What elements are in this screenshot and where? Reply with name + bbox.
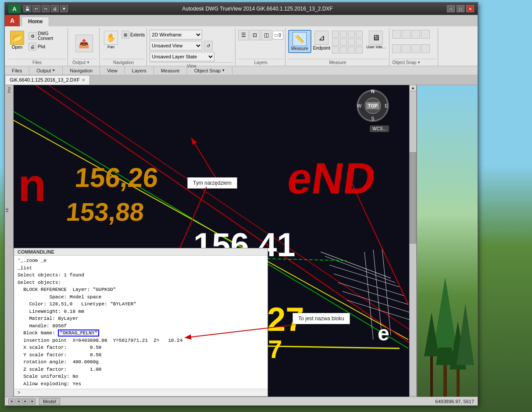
measure-label: Measure (291, 46, 308, 51)
plot-label: Plot (38, 44, 45, 49)
cmd-line-9: Material: ByLayer (18, 315, 264, 322)
layers-icon2[interactable]: ⊡ (250, 30, 260, 40)
left-panel-text: Prz (7, 87, 11, 93)
callout-tool-text: Tym narzędziem (193, 180, 232, 186)
nav-prev2-btn[interactable]: ◄ (15, 398, 21, 405)
measure-icon10[interactable] (340, 47, 347, 54)
measure-icon8[interactable] (356, 39, 363, 46)
status-coordinates: 6493896.97, 5617 (435, 399, 474, 404)
endpoint-label: Endpoint (313, 46, 330, 50)
svg-line-11 (364, 252, 373, 340)
view-refresh-btn[interactable]: ↺ (204, 41, 213, 50)
save-btn[interactable]: 💾 (23, 5, 31, 12)
svg-line-10 (347, 300, 416, 322)
scroll-up-btn[interactable]: ▲ (410, 85, 416, 91)
osnap-icon6[interactable] (402, 44, 411, 53)
cmd-line-8: LineWeight: 0.18 mm (18, 308, 264, 315)
cmd-line-10: Handle: 8956f (18, 322, 264, 330)
osnap-icon7[interactable] (411, 44, 420, 53)
dropdown-quick-btn[interactable]: ▼ (60, 5, 68, 12)
ribbon-tabs: A Home (5, 15, 478, 26)
measure-icon3[interactable] (348, 31, 355, 38)
dwg-text-15388: 153,88 (65, 197, 145, 226)
view-group: 2D Wireframe Unsaved View ↺ Unsaved Laye… (148, 28, 236, 66)
cmd-block-name-row: Block Name: "OKRAG_PELNY" (18, 330, 264, 337)
output-label[interactable]: Output▼ (29, 66, 63, 75)
nav-next-btn[interactable]: ► (22, 398, 29, 405)
measure-label-bottom[interactable]: Measure (154, 66, 187, 75)
redo-btn[interactable]: ↪ (42, 5, 50, 12)
saved-layer-dropdown[interactable]: Unsaved Layer State (150, 52, 214, 61)
nav-prev-btn[interactable]: ◄ (8, 398, 14, 405)
measure-icon6[interactable] (340, 39, 347, 46)
scroll-nav-btns: ◄ ◄ ► ► (8, 398, 36, 405)
wcs-label: WCS... (370, 125, 389, 132)
v-scrollbar[interactable]: ▲ ▼ (409, 85, 416, 402)
close-btn[interactable]: ✕ (466, 5, 474, 12)
osnap-icon5[interactable] (392, 44, 401, 53)
document-tab[interactable]: GiK.6640.1.125.2016_13_2.DXF ✕ (5, 75, 90, 85)
tab-home[interactable]: Home (21, 17, 49, 26)
output-icon[interactable]: 📤 (75, 35, 93, 52)
files-label[interactable]: Files (5, 66, 29, 75)
files-group-label: Files (8, 59, 66, 65)
nav-next2-btn[interactable]: ► (29, 398, 36, 405)
svg-line-5 (325, 256, 395, 283)
extents-button[interactable]: ⊞ Extents (121, 31, 145, 39)
endpoint-icon[interactable]: ⊿ (314, 31, 328, 45)
measure-icon11[interactable] (348, 47, 355, 54)
osnap-icon2[interactable] (402, 30, 411, 39)
cmd-line-1: '_.zoom _e (18, 257, 264, 265)
print-btn[interactable]: 🖨 (51, 5, 59, 12)
layers-icon1[interactable]: ☰ (238, 30, 249, 40)
ribbon-logo: A (5, 15, 20, 26)
wireframe-dropdown[interactable]: 2D Wireframe (150, 30, 202, 39)
user-interface-label: User Inte... (366, 45, 386, 49)
measure-icon7[interactable] (348, 39, 355, 46)
osnap-icon1[interactable] (392, 30, 401, 39)
layers-icon3[interactable]: ◫ (261, 30, 271, 40)
navigation-label[interactable]: Navigation (63, 66, 100, 75)
osnap-icon4[interactable] (421, 30, 430, 39)
osnap-icon3[interactable] (411, 30, 420, 39)
cmd-line-15: rotation angle: 400.0000g (18, 358, 264, 366)
osnap-icon8[interactable] (421, 44, 430, 53)
measure-icon12[interactable] (356, 47, 363, 54)
layers-label[interactable]: Layers (125, 66, 154, 75)
object-snap-label[interactable]: Object Snap▼ (187, 66, 232, 75)
pan-button[interactable]: ✋ Pan (102, 30, 120, 50)
dwg-convert-label: DWGConvert (38, 31, 53, 41)
measure-icon9[interactable] (332, 47, 339, 54)
measure-button[interactable]: 📏 Measure (288, 30, 311, 53)
cmd-line-16: Z scale factor: 1.00 (18, 366, 264, 373)
measure-icon1[interactable] (332, 31, 339, 38)
undo-btn[interactable]: ↩ (32, 5, 40, 12)
measure-icon5[interactable] (332, 39, 339, 46)
window-controls: ─ □ ✕ (447, 5, 474, 12)
saved-view-dropdown[interactable]: Unsaved View (150, 41, 202, 50)
ribbon-bottom-labels: Files Output▼ Navigation View Layers Mea… (5, 66, 478, 75)
restore-btn[interactable]: □ (457, 5, 464, 12)
plot-button[interactable]: 🖨 Plot (28, 42, 54, 51)
view-label[interactable]: View (100, 66, 125, 75)
cmd-line-12: insertion point X=6493890.08 Y=5617971.2… (18, 337, 264, 344)
app-window: A 💾 ↩ ↪ 🖨 ▼ Autodesk DWG TrueView 2014 G… (4, 2, 478, 406)
measure-icon4[interactable] (356, 31, 363, 38)
user-interface-button[interactable]: 🖥 User Inte... (364, 30, 387, 50)
layer-checkbox[interactable]: □ 0 (272, 31, 283, 39)
v-scroll-thumb[interactable] (410, 152, 416, 244)
doc-tab-close[interactable]: ✕ (82, 78, 85, 82)
svg-line-9 (343, 291, 413, 313)
files-group: 📂 Open ⚙ DWGConvert 🖨 Plot Files (7, 28, 68, 66)
svg-text:S: S (371, 116, 374, 121)
dwg-text-end: eND (284, 153, 379, 204)
open-button[interactable]: 📂 Open (8, 30, 26, 50)
minimize-btn[interactable]: ─ (447, 5, 455, 12)
svg-line-4 (321, 252, 391, 278)
extents-label: Extents (130, 32, 145, 37)
dwg-convert-button[interactable]: ⚙ DWGConvert (28, 31, 54, 41)
cmdline-content: '_.zoom _e _list Select objects: 1 found… (14, 256, 268, 389)
measure-icon2[interactable] (340, 31, 347, 38)
svg-line-7 (334, 274, 404, 296)
model-tab[interactable]: Model (39, 398, 60, 405)
